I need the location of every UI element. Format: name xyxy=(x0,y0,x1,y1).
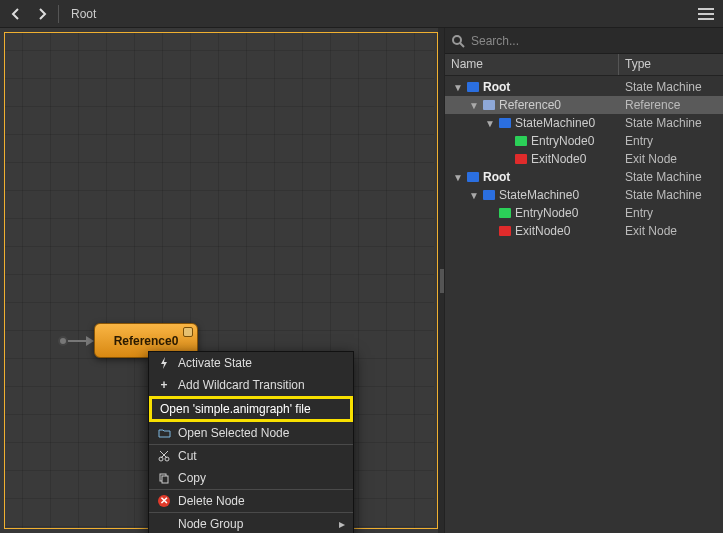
entry-dot-icon xyxy=(58,336,68,346)
tree-item-label: StateMachine0 xyxy=(499,188,579,202)
svg-point-4 xyxy=(453,36,461,44)
node-color-icon xyxy=(467,82,479,92)
ctx-item-label: Delete Node xyxy=(178,494,245,508)
ctx-cut[interactable]: Cut xyxy=(149,445,353,467)
graph-canvas-wrap: Reference0 Activate State + Add Wildcard… xyxy=(0,28,438,533)
node-color-icon xyxy=(499,118,511,128)
outliner-tree[interactable]: ▼RootState Machine▼Reference0Reference▼S… xyxy=(445,76,723,533)
disclosure-triangle-icon[interactable]: ▼ xyxy=(469,100,479,111)
disclosure-triangle-icon[interactable]: ▼ xyxy=(485,118,495,129)
tree-item-type: Entry xyxy=(619,206,723,220)
delete-icon: ✕ xyxy=(157,494,171,508)
ctx-add-wildcard-transition[interactable]: + Add Wildcard Transition xyxy=(149,374,353,396)
arrowhead-icon xyxy=(86,336,94,346)
entry-arrow xyxy=(58,336,94,346)
tree-row[interactable]: EntryNode0Entry xyxy=(445,132,723,150)
tree-item-type: State Machine xyxy=(619,116,723,130)
breadcrumb[interactable]: Root xyxy=(65,7,102,21)
disclosure-triangle-icon[interactable]: ▼ xyxy=(469,190,479,201)
arrow-right-icon xyxy=(35,7,49,21)
search-icon xyxy=(451,34,465,48)
ctx-activate-state[interactable]: Activate State xyxy=(149,352,353,374)
tree-row[interactable]: ▼RootState Machine xyxy=(445,168,723,186)
tree-item-label: EntryNode0 xyxy=(515,206,578,220)
node-color-icon xyxy=(467,172,479,182)
tree-item-label: ExitNode0 xyxy=(515,224,570,238)
ctx-open-animgraph-file[interactable]: Open 'simple.animgraph' file xyxy=(149,396,353,422)
disclosure-triangle-icon[interactable]: ▼ xyxy=(453,172,463,183)
column-header-name[interactable]: Name xyxy=(445,54,619,75)
ctx-item-label: Add Wildcard Transition xyxy=(178,378,305,392)
lightning-icon xyxy=(157,356,171,370)
ctx-copy[interactable]: Copy xyxy=(149,467,353,489)
hamburger-icon xyxy=(698,8,714,10)
tree-row[interactable]: ▼StateMachine0State Machine xyxy=(445,186,723,204)
tree-columns: Name Type xyxy=(445,54,723,76)
copy-icon xyxy=(157,471,171,485)
tree-row[interactable]: ExitNode0Exit Node xyxy=(445,222,723,240)
node-color-icon xyxy=(499,226,511,236)
tree-item-type: State Machine xyxy=(619,170,723,184)
tree-item-label: ExitNode0 xyxy=(531,152,586,166)
tree-row[interactable]: ExitNode0Exit Node xyxy=(445,150,723,168)
ctx-item-label: Node Group xyxy=(178,517,243,531)
ctx-node-group[interactable]: Node Group ▸ xyxy=(149,513,353,533)
context-menu: Activate State + Add Wildcard Transition… xyxy=(148,351,354,533)
ctx-item-label: Open Selected Node xyxy=(178,426,289,440)
node-color-icon xyxy=(515,136,527,146)
search-bar xyxy=(445,28,723,54)
tree-item-label: EntryNode0 xyxy=(531,134,594,148)
tree-item-type: State Machine xyxy=(619,188,723,202)
tree-item-type: Exit Node xyxy=(619,224,723,238)
tree-row[interactable]: ▼RootState Machine xyxy=(445,78,723,96)
list-menu-button[interactable] xyxy=(695,3,717,25)
ctx-item-label: Copy xyxy=(178,471,206,485)
folder-open-icon xyxy=(157,426,171,440)
ctx-item-label: Activate State xyxy=(178,356,252,370)
node-color-icon xyxy=(483,100,495,110)
column-header-type[interactable]: Type xyxy=(619,54,723,75)
graph-node-label: Reference0 xyxy=(114,334,179,348)
tree-item-type: Entry xyxy=(619,134,723,148)
node-reference-icon xyxy=(183,327,193,337)
ctx-item-label: Open 'simple.animgraph' file xyxy=(160,402,311,416)
disclosure-triangle-icon[interactable]: ▼ xyxy=(453,82,463,93)
ctx-item-label: Cut xyxy=(178,449,197,463)
submenu-arrow-icon: ▸ xyxy=(339,517,345,531)
side-panel: Name Type ▼RootState Machine▼Reference0R… xyxy=(444,28,723,533)
tree-item-type: State Machine xyxy=(619,80,723,94)
tree-item-label: Root xyxy=(483,170,510,184)
tree-item-type: Exit Node xyxy=(619,152,723,166)
search-input[interactable] xyxy=(471,34,717,48)
node-color-icon xyxy=(483,190,495,200)
nav-forward-button[interactable] xyxy=(32,4,52,24)
svg-rect-3 xyxy=(162,476,168,483)
nav-back-button[interactable] xyxy=(6,4,26,24)
splitter-grip-icon xyxy=(440,269,442,293)
separator xyxy=(58,5,59,23)
topbar: Root xyxy=(0,0,723,28)
arrow-left-icon xyxy=(9,7,23,21)
plus-icon: + xyxy=(157,378,171,392)
tree-item-type: Reference xyxy=(619,98,723,112)
node-color-icon xyxy=(499,208,511,218)
tree-item-label: Reference0 xyxy=(499,98,561,112)
node-color-icon xyxy=(515,154,527,164)
tree-row[interactable]: EntryNode0Entry xyxy=(445,204,723,222)
main: Reference0 Activate State + Add Wildcard… xyxy=(0,28,723,533)
tree-item-label: Root xyxy=(483,80,510,94)
tree-item-label: StateMachine0 xyxy=(515,116,595,130)
tree-row[interactable]: ▼StateMachine0State Machine xyxy=(445,114,723,132)
scissors-icon xyxy=(157,449,171,463)
ctx-open-selected-node[interactable]: Open Selected Node xyxy=(149,422,353,444)
ctx-delete-node[interactable]: ✕ Delete Node xyxy=(149,490,353,512)
tree-row[interactable]: ▼Reference0Reference xyxy=(445,96,723,114)
